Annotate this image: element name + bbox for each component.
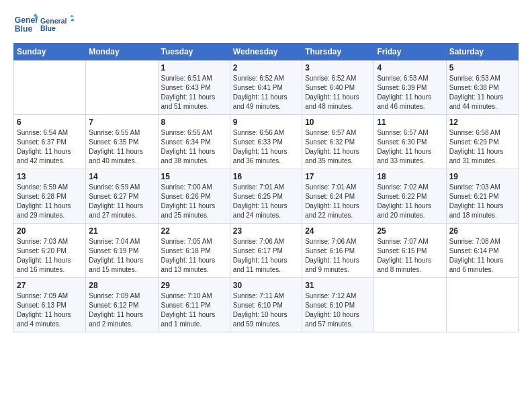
calendar-cell: 9Sunrise: 6:56 AMSunset: 6:33 PMDaylight…: [230, 115, 302, 169]
day-number: 3: [305, 63, 371, 73]
day-number: 23: [233, 226, 299, 236]
calendar-cell: 18Sunrise: 7:02 AMSunset: 6:22 PMDayligh…: [374, 169, 446, 224]
cell-info: Sunrise: 7:09 AMSunset: 6:13 PMDaylight:…: [17, 292, 71, 328]
svg-text:General: General: [40, 17, 67, 25]
calendar-cell: 17Sunrise: 7:01 AMSunset: 6:24 PMDayligh…: [302, 169, 374, 224]
day-number: 30: [233, 281, 299, 290]
calendar-cell: 29Sunrise: 7:10 AMSunset: 6:11 PMDayligh…: [158, 278, 230, 332]
generalblue-logo-svg: General Blue: [40, 11, 74, 38]
day-number: 13: [17, 172, 83, 181]
day-number: 24: [305, 226, 371, 236]
day-number: 16: [233, 172, 299, 181]
calendar-cell: 4Sunrise: 6:53 AMSunset: 6:39 PMDaylight…: [374, 60, 446, 115]
weekday-header: Friday: [374, 44, 446, 60]
calendar-cell: 12Sunrise: 6:58 AMSunset: 6:29 PMDayligh…: [446, 115, 518, 169]
calendar-cell: 6Sunrise: 6:54 AMSunset: 6:37 PMDaylight…: [14, 115, 86, 169]
calendar-week-row: 13Sunrise: 6:59 AMSunset: 6:28 PMDayligh…: [14, 169, 519, 224]
weekday-header: Tuesday: [158, 44, 230, 60]
cell-info: Sunrise: 7:08 AMSunset: 6:14 PMDaylight:…: [449, 238, 504, 273]
cell-info: Sunrise: 6:58 AMSunset: 6:29 PMDaylight:…: [449, 129, 504, 165]
weekday-header: Thursday: [302, 44, 374, 60]
svg-text:Blue: Blue: [40, 24, 56, 32]
cell-info: Sunrise: 7:06 AMSunset: 6:17 PMDaylight:…: [233, 238, 287, 273]
day-number: 7: [89, 118, 154, 127]
day-number: 18: [377, 172, 443, 181]
cell-info: Sunrise: 7:00 AMSunset: 6:26 PMDaylight:…: [161, 183, 216, 219]
day-number: 31: [305, 281, 371, 290]
day-number: 2: [233, 63, 299, 73]
calendar-cell: 14Sunrise: 6:59 AMSunset: 6:27 PMDayligh…: [86, 169, 158, 224]
calendar-cell: 20Sunrise: 7:03 AMSunset: 6:20 PMDayligh…: [14, 224, 86, 278]
day-number: 9: [233, 118, 299, 127]
day-number: 4: [377, 63, 443, 73]
calendar-cell: [446, 278, 518, 332]
day-number: 27: [17, 281, 83, 290]
cell-info: Sunrise: 7:05 AMSunset: 6:18 PMDaylight:…: [161, 238, 216, 273]
logo-icon: General Blue: [13, 12, 38, 36]
cell-info: Sunrise: 6:51 AMSunset: 6:43 PMDaylight:…: [161, 75, 216, 110]
day-number: 25: [377, 226, 443, 236]
calendar-week-row: 1Sunrise: 6:51 AMSunset: 6:43 PMDaylight…: [14, 60, 519, 115]
header-row: SundayMondayTuesdayWednesdayThursdayFrid…: [14, 44, 519, 60]
cell-info: Sunrise: 7:01 AMSunset: 6:24 PMDaylight:…: [305, 183, 359, 219]
calendar-cell: 26Sunrise: 7:08 AMSunset: 6:14 PMDayligh…: [446, 224, 518, 278]
cell-info: Sunrise: 6:59 AMSunset: 6:27 PMDaylight:…: [89, 183, 143, 219]
calendar-cell: 16Sunrise: 7:01 AMSunset: 6:25 PMDayligh…: [230, 169, 302, 224]
svg-marker-7: [71, 18, 74, 21]
svg-text:Blue: Blue: [15, 24, 33, 34]
cell-info: Sunrise: 6:57 AMSunset: 6:30 PMDaylight:…: [377, 129, 431, 165]
calendar-cell: 15Sunrise: 7:00 AMSunset: 6:26 PMDayligh…: [158, 169, 230, 224]
day-number: 26: [449, 226, 515, 236]
cell-info: Sunrise: 6:53 AMSunset: 6:39 PMDaylight:…: [377, 75, 431, 110]
calendar-week-row: 27Sunrise: 7:09 AMSunset: 6:13 PMDayligh…: [14, 278, 519, 332]
cell-info: Sunrise: 6:53 AMSunset: 6:38 PMDaylight:…: [449, 75, 504, 110]
day-number: 19: [449, 172, 515, 181]
calendar-cell: 22Sunrise: 7:05 AMSunset: 6:18 PMDayligh…: [158, 224, 230, 278]
cell-info: Sunrise: 7:06 AMSunset: 6:16 PMDaylight:…: [305, 238, 359, 273]
cell-info: Sunrise: 6:55 AMSunset: 6:35 PMDaylight:…: [89, 129, 143, 165]
cell-info: Sunrise: 6:57 AMSunset: 6:32 PMDaylight:…: [305, 129, 359, 165]
header: General Blue General Blue: [13, 11, 519, 38]
calendar-cell: 25Sunrise: 7:07 AMSunset: 6:15 PMDayligh…: [374, 224, 446, 278]
day-number: 1: [161, 63, 227, 73]
calendar-cell: 30Sunrise: 7:11 AMSunset: 6:10 PMDayligh…: [230, 278, 302, 332]
calendar-cell: 21Sunrise: 7:04 AMSunset: 6:19 PMDayligh…: [86, 224, 158, 278]
cell-info: Sunrise: 7:03 AMSunset: 6:21 PMDaylight:…: [449, 183, 504, 219]
logo-area: General Blue General Blue: [13, 11, 74, 38]
weekday-header: Sunday: [14, 44, 86, 60]
calendar-cell: 23Sunrise: 7:06 AMSunset: 6:17 PMDayligh…: [230, 224, 302, 278]
cell-info: Sunrise: 7:03 AMSunset: 6:20 PMDaylight:…: [17, 238, 71, 273]
calendar-week-row: 20Sunrise: 7:03 AMSunset: 6:20 PMDayligh…: [14, 224, 519, 278]
cell-info: Sunrise: 7:09 AMSunset: 6:12 PMDaylight:…: [89, 292, 143, 328]
day-number: 8: [161, 118, 227, 127]
cell-info: Sunrise: 7:01 AMSunset: 6:25 PMDaylight:…: [233, 183, 287, 219]
calendar-cell: 3Sunrise: 6:52 AMSunset: 6:40 PMDaylight…: [302, 60, 374, 115]
day-number: 17: [305, 172, 371, 181]
cell-info: Sunrise: 7:10 AMSunset: 6:11 PMDaylight:…: [161, 292, 216, 328]
day-number: 20: [17, 226, 83, 236]
day-number: 29: [161, 281, 227, 290]
calendar-cell: 10Sunrise: 6:57 AMSunset: 6:32 PMDayligh…: [302, 115, 374, 169]
calendar-cell: 24Sunrise: 7:06 AMSunset: 6:16 PMDayligh…: [302, 224, 374, 278]
cell-info: Sunrise: 6:52 AMSunset: 6:41 PMDaylight:…: [233, 75, 287, 110]
calendar-cell: 28Sunrise: 7:09 AMSunset: 6:12 PMDayligh…: [86, 278, 158, 332]
calendar-cell: [374, 278, 446, 332]
calendar-cell: 5Sunrise: 6:53 AMSunset: 6:38 PMDaylight…: [446, 60, 518, 115]
calendar-cell: [14, 60, 86, 115]
day-number: 14: [89, 172, 154, 181]
weekday-header: Saturday: [446, 44, 518, 60]
weekday-header: Monday: [86, 44, 158, 60]
day-number: 22: [161, 226, 227, 236]
cell-info: Sunrise: 7:11 AMSunset: 6:10 PMDaylight:…: [233, 292, 287, 328]
cell-info: Sunrise: 7:04 AMSunset: 6:19 PMDaylight:…: [89, 238, 143, 273]
cell-info: Sunrise: 6:56 AMSunset: 6:33 PMDaylight:…: [233, 129, 287, 165]
cell-info: Sunrise: 7:12 AMSunset: 6:10 PMDaylight:…: [305, 292, 359, 328]
day-number: 10: [305, 118, 371, 127]
svg-marker-2: [33, 13, 38, 17]
calendar-cell: 13Sunrise: 6:59 AMSunset: 6:28 PMDayligh…: [14, 169, 86, 224]
calendar-cell: 1Sunrise: 6:51 AMSunset: 6:43 PMDaylight…: [158, 60, 230, 115]
svg-marker-6: [70, 15, 74, 17]
cell-info: Sunrise: 6:59 AMSunset: 6:28 PMDaylight:…: [17, 183, 71, 219]
calendar-cell: [86, 60, 158, 115]
svg-text:General: General: [15, 15, 38, 25]
